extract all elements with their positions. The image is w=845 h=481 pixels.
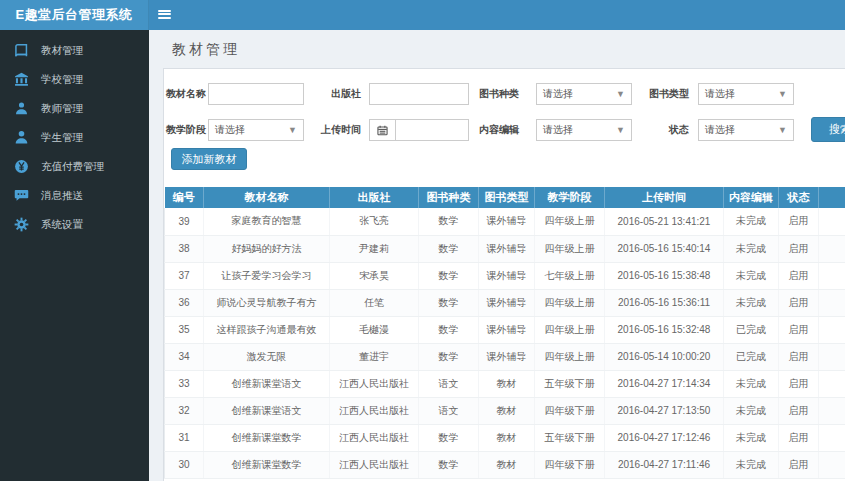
table-action-cell <box>819 370 845 397</box>
table-row: 31创维新课堂数学江西人民出版社数学教材五年级下册2016-04-27 17:1… <box>165 424 845 451</box>
status-label: 状态 <box>649 119 689 141</box>
sidebar-item-4[interactable]: 学生管理 <box>0 123 149 152</box>
table-row: 38好妈妈的好方法尹建莉数学课外辅导四年级上册2016-05-16 15:40:… <box>165 235 845 262</box>
book-kind-select[interactable]: 请选择 ▼ <box>536 83 632 105</box>
chevron-down-icon: ▼ <box>778 120 787 140</box>
chevron-down-icon: ▼ <box>616 120 625 140</box>
table-cell: 30 <box>165 451 204 478</box>
editor-select-value: 请选择 <box>543 124 573 135</box>
sidebar-item-1[interactable]: 教材管理 <box>0 36 149 65</box>
table-cell: 数学 <box>419 262 479 289</box>
table-cell: 未完成 <box>724 370 779 397</box>
book-kind-select-value: 请选择 <box>543 88 573 99</box>
table-cell: 2016-05-16 15:40:14 <box>605 235 724 262</box>
table-cell: 数学 <box>419 208 479 235</box>
book-icon <box>14 43 29 58</box>
sidebar-item-label: 消息推送 <box>41 189 83 203</box>
table-cell: 2016-05-16 15:38:48 <box>605 262 724 289</box>
column-header: 状态 <box>779 187 819 208</box>
table-cell: 创维新课堂数学 <box>204 424 330 451</box>
textbook-name-input[interactable] <box>209 85 303 105</box>
page-title: 教材管理 <box>172 41 240 59</box>
textbook-name-input-wrap <box>208 83 304 105</box>
textbook-name-label: 教材名称 <box>166 83 206 105</box>
table-cell: 宋承昊 <box>330 262 419 289</box>
stage-select[interactable]: 请选择 ▼ <box>208 119 304 141</box>
table-cell: 毛樾漫 <box>330 316 419 343</box>
table-row: 36师说心灵导航教子有方任笔数学课外辅导四年级上册2016-05-16 15:3… <box>165 289 845 316</box>
chevron-down-icon: ▼ <box>778 84 787 104</box>
sidebar-item-6[interactable]: 消息推送 <box>0 181 149 210</box>
upload-time-input-wrap <box>395 119 469 141</box>
table-action-cell <box>819 451 845 478</box>
table-cell: 2016-04-27 17:14:34 <box>605 370 724 397</box>
table-cell: 创维新课堂语文 <box>204 370 330 397</box>
table-cell: 32 <box>165 397 204 424</box>
status-select-value: 请选择 <box>705 124 735 135</box>
table-action-cell <box>819 343 845 370</box>
book-type-select-value: 请选择 <box>705 88 735 99</box>
table-cell: 33 <box>165 370 204 397</box>
table-cell: 2016-05-21 13:41:21 <box>605 208 724 235</box>
table-cell: 江西人民出版社 <box>330 424 419 451</box>
sidebar: 教材管理学校管理教师管理学生管理充值付费管理消息推送系统设置 <box>0 30 149 481</box>
sidebar-item-label: 学生管理 <box>41 131 83 145</box>
sidebar-item-7[interactable]: 系统设置 <box>0 210 149 239</box>
table-cell: 家庭教育的智慧 <box>204 208 330 235</box>
app-logo[interactable]: E趣堂后台管理系统 <box>0 0 149 30</box>
table-cell: 让孩子爱学习会学习 <box>204 262 330 289</box>
table-cell: 已完成 <box>724 316 779 343</box>
textbook-table: 编号教材名称出版社图书种类图书类型教学阶段上传时间内容编辑状态 39家庭教育的智… <box>164 187 845 479</box>
table-cell: 数学 <box>419 316 479 343</box>
bank-icon <box>14 72 29 87</box>
publisher-input[interactable] <box>370 85 468 105</box>
table-row: 34激发无限董进宇数学课外辅导四年级上册2016-05-14 10:00:20已… <box>165 343 845 370</box>
table-cell: 未完成 <box>724 424 779 451</box>
upload-time-input[interactable] <box>396 121 468 141</box>
table-cell: 江西人民出版社 <box>330 370 419 397</box>
table-action-cell <box>819 208 845 235</box>
table-cell: 启用 <box>779 316 819 343</box>
book-type-select[interactable]: 请选择 ▼ <box>698 83 794 105</box>
table-cell: 教材 <box>479 397 535 424</box>
table-cell: 2016-04-27 17:11:46 <box>605 451 724 478</box>
coin-icon <box>14 159 29 174</box>
table-cell: 2016-04-27 17:13:50 <box>605 397 724 424</box>
table-cell: 五年级下册 <box>535 370 605 397</box>
sidebar-item-label: 系统设置 <box>41 218 83 232</box>
table-cell: 启用 <box>779 343 819 370</box>
table-row: 32创维新课堂语文江西人民出版社语文教材四年级下册2016-04-27 17:1… <box>165 397 845 424</box>
table-cell: 37 <box>165 262 204 289</box>
sidebar-item-label: 教师管理 <box>41 102 83 116</box>
table-cell: 2016-05-16 15:32:48 <box>605 316 724 343</box>
search-button[interactable]: 搜索 <box>811 117 845 142</box>
table-cell: 课外辅导 <box>479 316 535 343</box>
table-row: 37让孩子爱学习会学习宋承昊数学课外辅导七年级上册2016-05-16 15:3… <box>165 262 845 289</box>
sidebar-item-label: 学校管理 <box>41 73 83 87</box>
table-cell: 2016-04-27 17:12:46 <box>605 424 724 451</box>
table-cell: 课外辅导 <box>479 208 535 235</box>
sidebar-item-5[interactable]: 充值付费管理 <box>0 152 149 181</box>
table-cell: 2016-05-14 10:00:20 <box>605 343 724 370</box>
table-cell: 江西人民出版社 <box>330 451 419 478</box>
table-cell: 未完成 <box>724 289 779 316</box>
add-textbook-button[interactable]: 添加新教材 <box>171 148 247 170</box>
calendar-icon[interactable] <box>369 119 395 141</box>
table-cell: 启用 <box>779 208 819 235</box>
editor-select[interactable]: 请选择 ▼ <box>536 119 632 141</box>
sidebar-item-3[interactable]: 教师管理 <box>0 94 149 123</box>
table-cell: 江西人民出版社 <box>330 397 419 424</box>
top-bar: E趣堂后台管理系统 <box>0 0 845 30</box>
gear-icon <box>14 217 29 232</box>
table-cell: 四年级下册 <box>535 397 605 424</box>
status-select[interactable]: 请选择 ▼ <box>698 119 794 141</box>
table-cell: 未完成 <box>724 451 779 478</box>
table-action-cell <box>819 289 845 316</box>
table-cell: 四年级上册 <box>535 343 605 370</box>
hamburger-icon[interactable] <box>158 8 172 22</box>
table-cell: 四年级上册 <box>535 316 605 343</box>
table-header-row: 编号教材名称出版社图书种类图书类型教学阶段上传时间内容编辑状态 <box>165 187 845 208</box>
table-cell: 尹建莉 <box>330 235 419 262</box>
sidebar-item-2[interactable]: 学校管理 <box>0 65 149 94</box>
table-cell: 课外辅导 <box>479 289 535 316</box>
